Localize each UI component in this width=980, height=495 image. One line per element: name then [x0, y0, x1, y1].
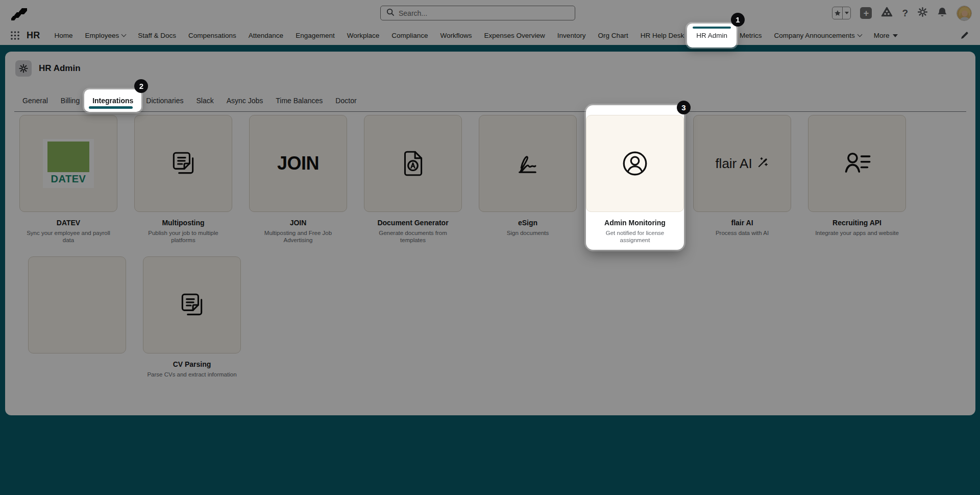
tab-integrations[interactable]: Integrations 2 [84, 89, 141, 112]
walkthrough-step-2-badge: 2 [134, 79, 148, 93]
walkthrough-step-3-badge: 3 [677, 101, 691, 114]
nav-item-hr-admin[interactable]: HR Admin 1 [687, 23, 737, 48]
walkthrough-step-1-badge: 1 [731, 13, 745, 27]
integration-card-admin-monitoring[interactable]: Admin Monitoring Get notified for licens… [586, 105, 684, 250]
walkthrough-dim-overlay [0, 0, 980, 495]
user-circle-icon [586, 115, 684, 212]
